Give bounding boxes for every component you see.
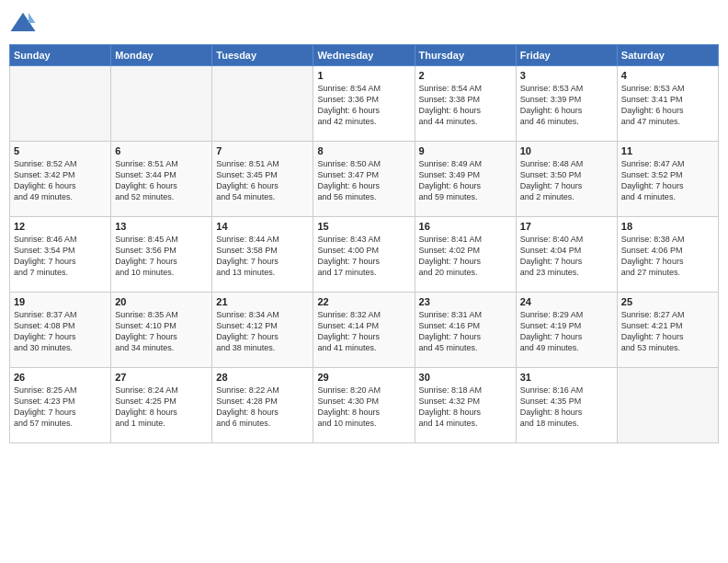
calendar-cell: 31Sunrise: 8:16 AM Sunset: 4:35 PM Dayli… xyxy=(516,368,617,443)
calendar-cell: 29Sunrise: 8:20 AM Sunset: 4:30 PM Dayli… xyxy=(313,368,415,443)
day-number: 10 xyxy=(520,145,613,156)
calendar-cell: 10Sunrise: 8:48 AM Sunset: 3:50 PM Dayli… xyxy=(516,142,617,217)
day-info: Sunrise: 8:51 AM Sunset: 3:44 PM Dayligh… xyxy=(115,158,208,203)
calendar-cell: 19Sunrise: 8:37 AM Sunset: 4:08 PM Dayli… xyxy=(10,293,111,368)
day-info: Sunrise: 8:54 AM Sunset: 3:36 PM Dayligh… xyxy=(317,83,410,128)
day-number: 6 xyxy=(115,145,208,156)
day-info: Sunrise: 8:32 AM Sunset: 4:14 PM Dayligh… xyxy=(317,309,410,354)
calendar-cell: 3Sunrise: 8:53 AM Sunset: 3:39 PM Daylig… xyxy=(516,66,617,142)
logo xyxy=(9,9,40,37)
day-header-saturday: Saturday xyxy=(617,45,718,66)
day-number: 28 xyxy=(216,372,309,383)
svg-marker-1 xyxy=(28,13,36,23)
day-number: 16 xyxy=(419,221,512,232)
calendar-cell: 28Sunrise: 8:22 AM Sunset: 4:28 PM Dayli… xyxy=(212,368,313,443)
calendar-header-row: SundayMondayTuesdayWednesdayThursdayFrid… xyxy=(10,45,719,66)
day-number: 27 xyxy=(115,372,208,383)
day-info: Sunrise: 8:49 AM Sunset: 3:49 PM Dayligh… xyxy=(419,158,512,203)
main-container: SundayMondayTuesdayWednesdayThursdayFrid… xyxy=(0,0,728,563)
day-info: Sunrise: 8:41 AM Sunset: 4:02 PM Dayligh… xyxy=(419,234,512,279)
calendar-cell: 12Sunrise: 8:46 AM Sunset: 3:54 PM Dayli… xyxy=(10,217,111,293)
day-info: Sunrise: 8:31 AM Sunset: 4:16 PM Dayligh… xyxy=(419,309,512,354)
calendar-cell: 11Sunrise: 8:47 AM Sunset: 3:52 PM Dayli… xyxy=(617,142,718,217)
day-header-friday: Friday xyxy=(516,45,617,66)
day-number: 8 xyxy=(317,145,410,156)
calendar-cell: 17Sunrise: 8:40 AM Sunset: 4:04 PM Dayli… xyxy=(516,217,617,293)
calendar-table: SundayMondayTuesdayWednesdayThursdayFrid… xyxy=(9,44,719,443)
day-info: Sunrise: 8:51 AM Sunset: 3:45 PM Dayligh… xyxy=(216,158,309,203)
day-number: 31 xyxy=(520,372,613,383)
day-number: 3 xyxy=(520,70,613,81)
logo-icon xyxy=(9,9,37,37)
calendar-cell: 6Sunrise: 8:51 AM Sunset: 3:44 PM Daylig… xyxy=(111,142,212,217)
day-number: 30 xyxy=(419,372,512,383)
day-number: 29 xyxy=(317,372,410,383)
day-info: Sunrise: 8:45 AM Sunset: 3:56 PM Dayligh… xyxy=(115,234,208,279)
day-number: 14 xyxy=(216,221,309,232)
day-info: Sunrise: 8:48 AM Sunset: 3:50 PM Dayligh… xyxy=(520,158,613,203)
calendar-cell xyxy=(10,66,111,142)
day-number: 1 xyxy=(317,70,410,81)
calendar-week-3: 19Sunrise: 8:37 AM Sunset: 4:08 PM Dayli… xyxy=(10,293,719,368)
calendar-cell: 24Sunrise: 8:29 AM Sunset: 4:19 PM Dayli… xyxy=(516,293,617,368)
day-number: 9 xyxy=(419,145,512,156)
day-number: 13 xyxy=(115,221,208,232)
calendar-cell: 27Sunrise: 8:24 AM Sunset: 4:25 PM Dayli… xyxy=(111,368,212,443)
calendar-cell: 13Sunrise: 8:45 AM Sunset: 3:56 PM Dayli… xyxy=(111,217,212,293)
day-number: 20 xyxy=(115,296,208,307)
day-number: 15 xyxy=(317,221,410,232)
day-info: Sunrise: 8:34 AM Sunset: 4:12 PM Dayligh… xyxy=(216,309,309,354)
calendar-cell xyxy=(617,368,718,443)
calendar-cell: 30Sunrise: 8:18 AM Sunset: 4:32 PM Dayli… xyxy=(415,368,516,443)
calendar-cell: 20Sunrise: 8:35 AM Sunset: 4:10 PM Dayli… xyxy=(111,293,212,368)
day-header-sunday: Sunday xyxy=(10,45,111,66)
day-number: 24 xyxy=(520,296,613,307)
calendar-cell: 25Sunrise: 8:27 AM Sunset: 4:21 PM Dayli… xyxy=(617,293,718,368)
day-number: 5 xyxy=(14,145,107,156)
day-info: Sunrise: 8:18 AM Sunset: 4:32 PM Dayligh… xyxy=(419,385,512,430)
day-info: Sunrise: 8:44 AM Sunset: 3:58 PM Dayligh… xyxy=(216,234,309,279)
day-info: Sunrise: 8:53 AM Sunset: 3:39 PM Dayligh… xyxy=(520,83,613,128)
day-info: Sunrise: 8:40 AM Sunset: 4:04 PM Dayligh… xyxy=(520,234,613,279)
day-info: Sunrise: 8:53 AM Sunset: 3:41 PM Dayligh… xyxy=(621,83,714,128)
day-info: Sunrise: 8:29 AM Sunset: 4:19 PM Dayligh… xyxy=(520,309,613,354)
day-info: Sunrise: 8:20 AM Sunset: 4:30 PM Dayligh… xyxy=(317,385,410,430)
calendar-cell: 14Sunrise: 8:44 AM Sunset: 3:58 PM Dayli… xyxy=(212,217,313,293)
header xyxy=(9,9,719,37)
day-number: 18 xyxy=(621,221,714,232)
day-info: Sunrise: 8:16 AM Sunset: 4:35 PM Dayligh… xyxy=(520,385,613,430)
day-number: 17 xyxy=(520,221,613,232)
day-info: Sunrise: 8:27 AM Sunset: 4:21 PM Dayligh… xyxy=(621,309,714,354)
day-info: Sunrise: 8:54 AM Sunset: 3:38 PM Dayligh… xyxy=(419,83,512,128)
calendar-week-1: 5Sunrise: 8:52 AM Sunset: 3:42 PM Daylig… xyxy=(10,142,719,217)
day-number: 12 xyxy=(14,221,107,232)
day-number: 23 xyxy=(419,296,512,307)
day-info: Sunrise: 8:47 AM Sunset: 3:52 PM Dayligh… xyxy=(621,158,714,203)
calendar-cell: 5Sunrise: 8:52 AM Sunset: 3:42 PM Daylig… xyxy=(10,142,111,217)
calendar-cell: 18Sunrise: 8:38 AM Sunset: 4:06 PM Dayli… xyxy=(617,217,718,293)
calendar-cell: 4Sunrise: 8:53 AM Sunset: 3:41 PM Daylig… xyxy=(617,66,718,142)
day-header-wednesday: Wednesday xyxy=(313,45,415,66)
calendar-cell: 15Sunrise: 8:43 AM Sunset: 4:00 PM Dayli… xyxy=(313,217,415,293)
day-number: 11 xyxy=(621,145,714,156)
day-info: Sunrise: 8:35 AM Sunset: 4:10 PM Dayligh… xyxy=(115,309,208,354)
day-info: Sunrise: 8:37 AM Sunset: 4:08 PM Dayligh… xyxy=(14,309,107,354)
day-info: Sunrise: 8:22 AM Sunset: 4:28 PM Dayligh… xyxy=(216,385,309,430)
calendar-cell: 26Sunrise: 8:25 AM Sunset: 4:23 PM Dayli… xyxy=(10,368,111,443)
day-header-thursday: Thursday xyxy=(415,45,516,66)
calendar-cell: 7Sunrise: 8:51 AM Sunset: 3:45 PM Daylig… xyxy=(212,142,313,217)
calendar-week-2: 12Sunrise: 8:46 AM Sunset: 3:54 PM Dayli… xyxy=(10,217,719,293)
calendar-cell: 21Sunrise: 8:34 AM Sunset: 4:12 PM Dayli… xyxy=(212,293,313,368)
day-info: Sunrise: 8:24 AM Sunset: 4:25 PM Dayligh… xyxy=(115,385,208,430)
day-info: Sunrise: 8:46 AM Sunset: 3:54 PM Dayligh… xyxy=(14,234,107,279)
day-number: 4 xyxy=(621,70,714,81)
day-header-tuesday: Tuesday xyxy=(212,45,313,66)
calendar-cell xyxy=(212,66,313,142)
day-number: 25 xyxy=(621,296,714,307)
day-info: Sunrise: 8:43 AM Sunset: 4:00 PM Dayligh… xyxy=(317,234,410,279)
calendar-cell: 16Sunrise: 8:41 AM Sunset: 4:02 PM Dayli… xyxy=(415,217,516,293)
calendar-week-0: 1Sunrise: 8:54 AM Sunset: 3:36 PM Daylig… xyxy=(10,66,719,142)
calendar-cell: 9Sunrise: 8:49 AM Sunset: 3:49 PM Daylig… xyxy=(415,142,516,217)
day-number: 2 xyxy=(419,70,512,81)
day-info: Sunrise: 8:52 AM Sunset: 3:42 PM Dayligh… xyxy=(14,158,107,203)
